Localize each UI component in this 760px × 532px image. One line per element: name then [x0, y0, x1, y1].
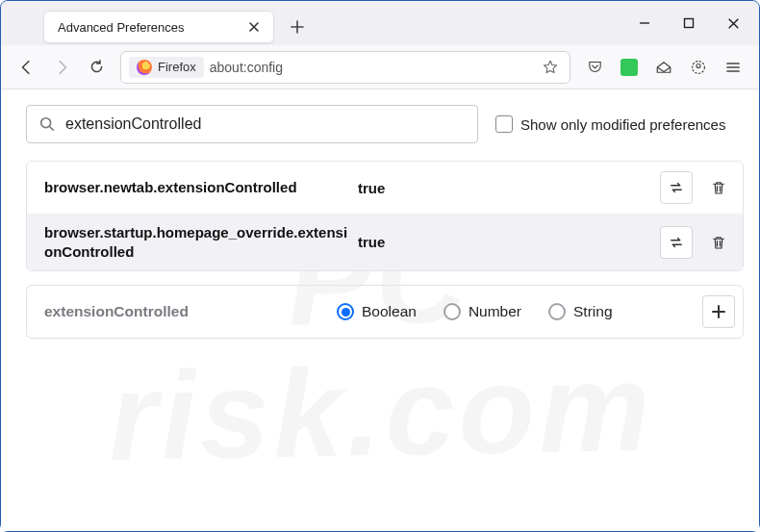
tab-strip: Advanced Preferences — [1, 1, 311, 45]
pref-value: true — [358, 180, 654, 196]
forward-button[interactable] — [45, 51, 78, 84]
type-radio-group: Boolean Number String — [329, 303, 697, 320]
svg-point-3 — [41, 118, 51, 128]
radio-number-label: Number — [469, 303, 521, 320]
radio-boolean-label: Boolean — [362, 303, 417, 320]
tab-advanced-preferences[interactable]: Advanced Preferences — [43, 11, 274, 43]
maximize-button[interactable] — [667, 6, 711, 40]
checkbox-label: Show only modified preferences — [520, 116, 725, 133]
pref-row[interactable]: browser.startup.homepage_override.extens… — [27, 214, 743, 270]
minimize-button[interactable] — [622, 6, 667, 40]
pref-row[interactable]: browser.newtab.extensionControlled true — [27, 162, 743, 214]
window-controls — [622, 1, 755, 45]
toggle-button[interactable] — [660, 171, 693, 204]
trash-icon — [710, 234, 727, 251]
toggle-button[interactable] — [660, 226, 693, 259]
svg-rect-0 — [685, 19, 694, 28]
radio-boolean[interactable]: Boolean — [337, 303, 417, 320]
back-button[interactable] — [11, 51, 43, 84]
svg-point-2 — [697, 63, 700, 67]
identity-chip[interactable]: Firefox — [129, 57, 204, 78]
search-row: Show only modified preferences — [1, 89, 759, 155]
firefox-logo-icon — [137, 60, 152, 75]
checkbox-icon[interactable] — [495, 115, 513, 133]
firefox-window: Advanced Preferences — [0, 0, 760, 532]
identity-label: Firefox — [158, 60, 196, 74]
new-preference-row: extensionControlled Boolean Number Strin… — [26, 285, 744, 339]
radio-string[interactable]: String — [548, 303, 613, 320]
search-input[interactable] — [65, 115, 466, 133]
extension-icon[interactable] — [613, 51, 646, 84]
pref-value: true — [358, 234, 654, 250]
new-pref-name: extensionControlled — [44, 303, 323, 320]
search-icon — [38, 115, 56, 133]
pocket-icon[interactable] — [578, 51, 611, 84]
trash-icon — [710, 179, 727, 196]
about-config-content: PC risk.com Show only modified preferenc… — [1, 89, 759, 531]
add-pref-button[interactable] — [702, 295, 735, 328]
radio-icon — [443, 303, 461, 320]
titlebar: Advanced Preferences — [1, 1, 759, 45]
row-actions — [660, 171, 735, 204]
show-modified-checkbox[interactable]: Show only modified preferences — [495, 115, 725, 133]
delete-button[interactable] — [702, 226, 735, 259]
tab-title: Advanced Preferences — [58, 20, 244, 35]
close-window-button[interactable] — [711, 6, 755, 40]
radio-icon — [337, 303, 354, 320]
preference-list: browser.newtab.extensionControlled true … — [26, 161, 744, 271]
radio-number[interactable]: Number — [443, 303, 521, 320]
row-actions — [660, 226, 735, 259]
pref-search-box[interactable] — [26, 105, 478, 143]
nav-toolbar: Firefox about:config — [1, 45, 759, 89]
inbox-icon[interactable] — [647, 51, 680, 84]
reload-button[interactable] — [80, 51, 113, 84]
swap-icon — [668, 179, 685, 196]
url-text[interactable]: about:config — [210, 60, 531, 75]
swap-icon — [668, 234, 685, 251]
app-menu-icon[interactable] — [717, 51, 749, 84]
urlbar[interactable]: Firefox about:config — [120, 51, 570, 84]
pref-name: browser.startup.homepage_override.extens… — [44, 223, 352, 261]
delete-button[interactable] — [702, 171, 735, 204]
pref-name: browser.newtab.extensionControlled — [44, 178, 352, 197]
radio-icon — [548, 303, 566, 320]
new-tab-button[interactable] — [284, 13, 311, 40]
bookmark-star-icon[interactable] — [537, 54, 564, 81]
account-icon[interactable] — [682, 51, 715, 84]
radio-string-label: String — [573, 303, 613, 320]
plus-icon — [711, 304, 726, 319]
close-icon[interactable] — [244, 17, 264, 37]
